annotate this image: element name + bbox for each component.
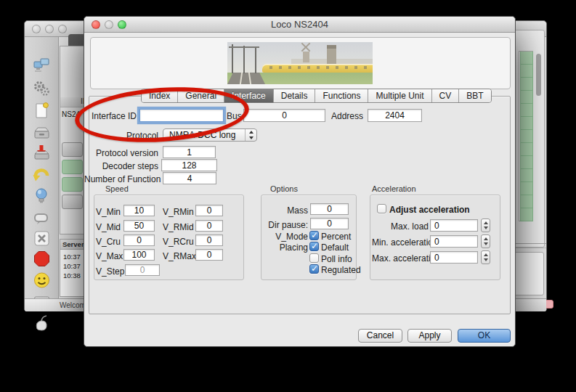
bulb-icon[interactable] xyxy=(32,187,52,206)
default-checkbox[interactable] xyxy=(309,242,319,251)
grid-cell[interactable] xyxy=(520,78,533,91)
popup-arrows-icon xyxy=(245,129,256,141)
protocol-version-input[interactable] xyxy=(163,146,216,158)
computers-icon[interactable] xyxy=(32,57,52,77)
ok-button[interactable]: OK xyxy=(458,329,511,343)
grid-cell[interactable] xyxy=(520,130,533,143)
status-text: Welcom xyxy=(60,301,86,309)
max-load-input[interactable] xyxy=(430,219,478,232)
v-cru-input[interactable] xyxy=(123,234,155,246)
min-acceleration-label: Min. acceleration xyxy=(372,237,429,248)
protocol-version-label: Protocol version xyxy=(86,148,158,158)
loco-list-panel: ID NS24 xyxy=(60,46,86,234)
tab-bbt[interactable]: BBT xyxy=(458,89,490,103)
photo-haze xyxy=(227,42,373,84)
grid-cell[interactable] xyxy=(520,195,533,208)
min-acceleration-stepper[interactable] xyxy=(481,234,490,248)
v-step-input[interactable] xyxy=(125,264,160,276)
max-acceleration-stepper[interactable] xyxy=(481,250,490,264)
loco-list-cell[interactable] xyxy=(62,195,83,209)
loco-list-cell-green[interactable] xyxy=(62,160,83,174)
v-min-label: V_Min xyxy=(96,207,119,217)
v-rcru-label: V_RCru xyxy=(163,237,193,247)
v-rmax-input[interactable] xyxy=(195,249,223,261)
grid-cell[interactable] xyxy=(520,52,533,65)
v-mid-label: V_Mid xyxy=(96,222,119,232)
save-icon[interactable] xyxy=(32,143,52,163)
apply-button[interactable]: Apply xyxy=(407,329,452,343)
tab-functions[interactable]: Functions xyxy=(315,89,368,103)
close-window-button[interactable] xyxy=(32,25,41,33)
v-rmax-label: V_RMax xyxy=(163,251,193,261)
adjust-acceleration-checkbox[interactable] xyxy=(377,204,386,213)
grid-cell[interactable] xyxy=(520,208,533,221)
gears-icon[interactable] xyxy=(32,79,52,99)
loco-list-cell[interactable] xyxy=(62,142,83,157)
poll-info-checkbox-label: Poll info xyxy=(321,254,352,264)
speed-group-title: Speed xyxy=(105,184,129,193)
grid-panel xyxy=(511,30,545,248)
percent-checkbox-label: Percent xyxy=(321,232,351,242)
vertical-toolbar xyxy=(25,37,59,298)
grid-cell[interactable] xyxy=(520,117,533,130)
speed-group: V_Min V_Mid V_Cru V_Max V_Step V_RMin V_… xyxy=(94,195,244,280)
grid-cell[interactable] xyxy=(520,104,533,117)
cancel-button[interactable]: Cancel xyxy=(358,329,402,343)
grid-cell[interactable] xyxy=(520,65,533,78)
bus-input[interactable] xyxy=(243,109,325,122)
loco-photo xyxy=(227,42,373,84)
placing-label: Placing xyxy=(263,242,308,253)
v-mid-input[interactable] xyxy=(123,220,155,232)
grid-cell[interactable] xyxy=(520,143,533,156)
grid-cell[interactable] xyxy=(520,169,533,182)
open-drawer-icon[interactable] xyxy=(32,123,52,142)
v-max-input[interactable] xyxy=(123,249,155,261)
stop-icon[interactable] xyxy=(32,249,52,269)
decoder-steps-label: Decoder steps xyxy=(86,161,158,171)
regulated-checkbox-label: Regulated xyxy=(321,265,361,275)
v-mode-label: V_Mode xyxy=(263,232,308,242)
max-acceleration-input[interactable] xyxy=(430,251,478,264)
undo-icon[interactable] xyxy=(32,165,52,184)
decoder-steps-input[interactable] xyxy=(161,159,217,171)
v-min-input[interactable] xyxy=(123,205,155,216)
mass-input[interactable] xyxy=(310,203,349,215)
close-x-icon[interactable] xyxy=(32,229,52,248)
options-group: Mass Dir pause: V_Mode Percent Placing D… xyxy=(261,195,357,280)
scrollbar-thumb[interactable] xyxy=(536,54,541,96)
v-cru-label: V_Cru xyxy=(96,237,119,247)
address-label: Address xyxy=(331,111,363,121)
loco-list-column-header[interactable]: ID xyxy=(60,97,85,107)
message-icon[interactable] xyxy=(32,208,52,228)
loco-properties-dialog: Loco NS2404 Index Ge xyxy=(84,16,516,347)
mouse-icon[interactable] xyxy=(32,313,52,332)
acceleration-group: Adjust acceleration Max. load Min. accel… xyxy=(370,195,500,280)
minimize-window-button[interactable] xyxy=(45,25,54,33)
new-file-icon[interactable] xyxy=(32,101,52,121)
grid-cell[interactable] xyxy=(520,156,533,169)
max-acceleration-label: Max. acceleration xyxy=(372,253,429,264)
tab-details[interactable]: Details xyxy=(273,89,315,103)
regulated-checkbox[interactable] xyxy=(309,264,319,274)
min-acceleration-input[interactable] xyxy=(430,235,478,248)
v-rmid-input[interactable] xyxy=(195,220,223,232)
v-rmin-input[interactable] xyxy=(195,205,223,216)
dir-pause-input[interactable] xyxy=(310,218,349,229)
options-group-title: Options xyxy=(270,184,298,193)
loco-list-cell-green[interactable] xyxy=(62,177,83,192)
tab-cv[interactable]: CV xyxy=(431,89,459,103)
v-rcru-input[interactable] xyxy=(195,234,223,246)
grid-cell[interactable] xyxy=(520,182,533,195)
tab-multiple-unit[interactable]: Multiple Unit xyxy=(368,89,431,103)
address-input[interactable] xyxy=(368,109,422,122)
max-load-stepper[interactable] xyxy=(481,219,490,232)
poll-info-checkbox[interactable] xyxy=(309,253,319,263)
grid-cell[interactable] xyxy=(520,91,533,104)
smiley-icon[interactable] xyxy=(32,271,52,290)
server-log-panel: Server 10:37 10:37 10:38 xyxy=(60,239,86,297)
percent-checkbox[interactable] xyxy=(309,231,319,240)
dir-pause-label: Dir pause: xyxy=(263,220,308,230)
number-of-function-input[interactable] xyxy=(163,172,216,184)
zoom-window-button[interactable] xyxy=(58,25,67,33)
dialog-titlebar[interactable]: Loco NS2404 xyxy=(84,17,515,33)
